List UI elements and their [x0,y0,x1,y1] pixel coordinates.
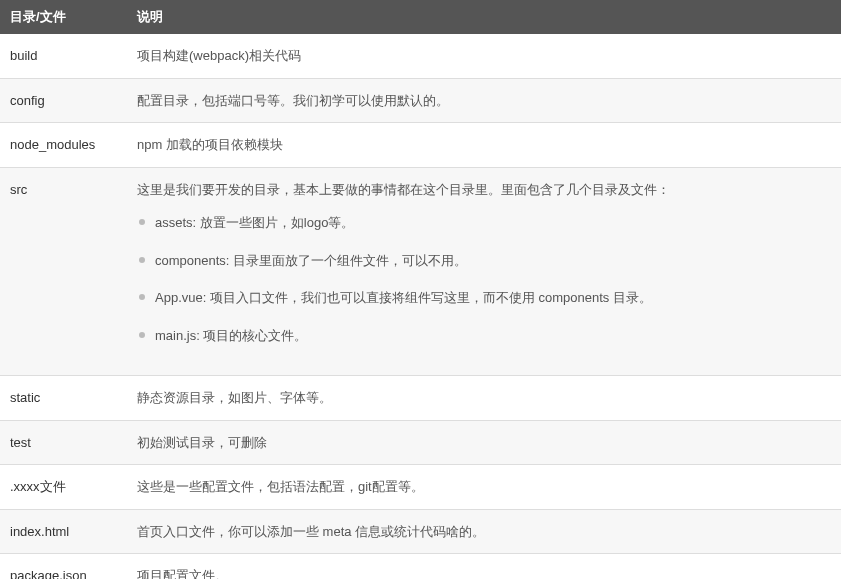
cell-desc: 这些是一些配置文件，包括语法配置，git配置等。 [127,465,841,510]
table-row: config 配置目录，包括端口号等。我们初学可以使用默认的。 [0,78,841,123]
table-header-row: 目录/文件 说明 [0,0,841,34]
cell-name: node_modules [0,123,127,168]
cell-desc: 这里是我们要开发的目录，基本上要做的事情都在这个目录里。里面包含了几个目录及文件… [127,167,841,376]
cell-name: .xxxx文件 [0,465,127,510]
table-row: test 初始测试目录，可删除 [0,420,841,465]
directory-table: 目录/文件 说明 build 项目构建(webpack)相关代码 config … [0,0,841,579]
table-row: package.json 项目配置文件。 [0,554,841,580]
table-row: index.html 首页入口文件，你可以添加一些 meta 信息或统计代码啥的… [0,509,841,554]
cell-name: config [0,78,127,123]
cell-desc: 配置目录，包括端口号等。我们初学可以使用默认的。 [127,78,841,123]
cell-name: test [0,420,127,465]
table-row: .xxxx文件 这些是一些配置文件，包括语法配置，git配置等。 [0,465,841,510]
cell-name: src [0,167,127,376]
table-row: node_modules npm 加载的项目依赖模块 [0,123,841,168]
cell-desc: 首页入口文件，你可以添加一些 meta 信息或统计代码啥的。 [127,509,841,554]
cell-name: static [0,376,127,421]
src-intro: 这里是我们要开发的目录，基本上要做的事情都在这个目录里。里面包含了几个目录及文件… [137,180,831,200]
list-item: main.js: 项目的核心文件。 [137,326,831,346]
cell-desc: npm 加载的项目依赖模块 [127,123,841,168]
list-item: assets: 放置一些图片，如logo等。 [137,213,831,233]
cell-name: build [0,34,127,78]
cell-desc: 静态资源目录，如图片、字体等。 [127,376,841,421]
cell-desc: 初始测试目录，可删除 [127,420,841,465]
cell-name: index.html [0,509,127,554]
cell-desc: 项目配置文件。 [127,554,841,580]
table-row: static 静态资源目录，如图片、字体等。 [0,376,841,421]
header-col-name: 目录/文件 [0,0,127,34]
cell-desc: 项目构建(webpack)相关代码 [127,34,841,78]
src-list: assets: 放置一些图片，如logo等。 components: 目录里面放… [137,213,831,345]
table-row: build 项目构建(webpack)相关代码 [0,34,841,78]
table-row: src 这里是我们要开发的目录，基本上要做的事情都在这个目录里。里面包含了几个目… [0,167,841,376]
cell-name: package.json [0,554,127,580]
list-item: App.vue: 项目入口文件，我们也可以直接将组件写这里，而不使用 compo… [137,288,831,308]
header-col-desc: 说明 [127,0,841,34]
list-item: components: 目录里面放了一个组件文件，可以不用。 [137,251,831,271]
